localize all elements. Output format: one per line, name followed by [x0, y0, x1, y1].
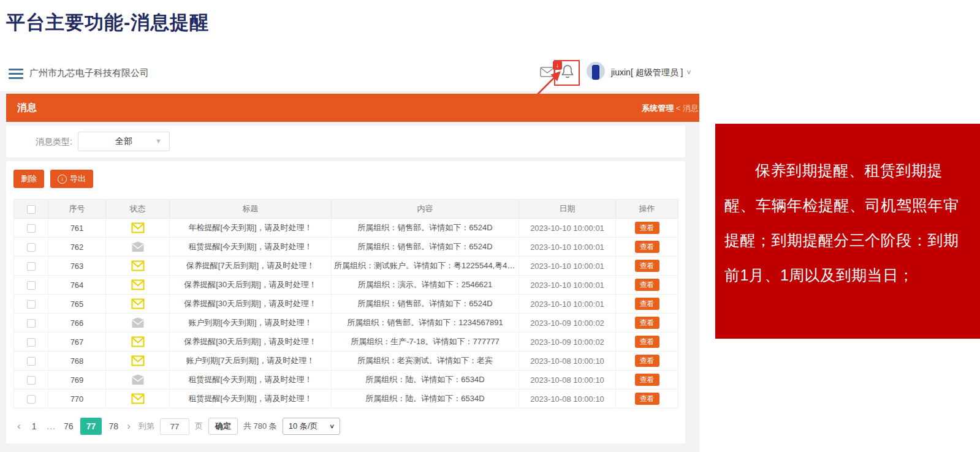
- row-number: 766: [48, 314, 106, 333]
- app-header: 广州市九芯电子科技有限公司 ↓ jiuxin[ 超: [0, 54, 699, 92]
- row-title: 租赁提醒[今天到期]，请及时处理！: [170, 371, 332, 390]
- header-content: 内容: [332, 200, 519, 219]
- unread-envelope-icon: [131, 393, 145, 404]
- breadcrumb: 系统管理 < 消息: [642, 103, 699, 114]
- user-menu[interactable]: jiuxin[ 超级管理员 ]˅: [611, 67, 691, 78]
- user-name: jiuxin[ 超级管理员 ]: [611, 67, 683, 77]
- row-status-cell: [106, 257, 170, 276]
- row-checkbox-cell: [14, 352, 48, 371]
- confirm-button[interactable]: 确定: [208, 418, 238, 435]
- page-button[interactable]: 1: [29, 421, 40, 431]
- message-type-label: 消息类型:: [36, 137, 72, 148]
- row-checkbox-cell: [14, 295, 48, 314]
- table-row: 762租赁提醒[今天到期]，请及时处理！所属组织：销售部。详情如下：6524D2…: [14, 238, 678, 257]
- header-action: 操作: [616, 200, 678, 219]
- row-checkbox[interactable]: [27, 338, 36, 347]
- select-caret-icon: ▼: [155, 137, 162, 145]
- row-number: 768: [48, 352, 106, 371]
- delete-button[interactable]: 删除: [13, 170, 44, 188]
- row-number: 763: [48, 257, 106, 276]
- row-status-cell: [106, 276, 170, 295]
- user-dropdown-caret-icon: ˅: [686, 69, 691, 77]
- page-button[interactable]: 77: [80, 418, 102, 435]
- row-checkbox[interactable]: [27, 243, 36, 252]
- goto-page-input[interactable]: [160, 418, 189, 435]
- page-list: 1...767778: [29, 418, 120, 435]
- row-content: 所属组织：老宾测试。详情如下：老宾: [332, 352, 519, 371]
- row-action-cell: 查看: [616, 219, 678, 238]
- avatar-image: [592, 65, 599, 80]
- hamburger-menu-icon[interactable]: [9, 69, 23, 81]
- row-checkbox[interactable]: [27, 262, 36, 271]
- export-button[interactable]: ↓ 导出: [50, 170, 93, 188]
- view-button[interactable]: 查看: [635, 241, 659, 253]
- app-screenshot: 广州市九芯电子科技有限公司 ↓ jiuxin[ 超: [0, 54, 699, 452]
- view-button[interactable]: 查看: [635, 279, 659, 291]
- user-avatar[interactable]: [587, 62, 605, 80]
- page-size-select[interactable]: 10 条/页 ˅: [283, 418, 340, 435]
- row-title: 账户到期[今天到期]，请及时处理！: [170, 314, 332, 333]
- table-header-row: 序号 状态 标题 内容 日期 操作: [14, 200, 678, 219]
- page-size-caret-icon: ˅: [330, 423, 334, 430]
- view-button[interactable]: 查看: [635, 355, 659, 367]
- row-content: 所属组织：陆。详情如下：6534D: [332, 390, 519, 409]
- view-button[interactable]: 查看: [635, 374, 659, 386]
- goto-label: 到第: [139, 421, 154, 432]
- view-button[interactable]: 查看: [635, 336, 659, 348]
- page-title: 消息: [17, 102, 37, 115]
- export-download-icon: ↓: [58, 175, 67, 184]
- unread-envelope-icon: [131, 260, 145, 271]
- row-date: 2023-10-10 10:00:01: [519, 238, 616, 257]
- view-button[interactable]: 查看: [635, 317, 659, 329]
- row-checkbox[interactable]: [27, 300, 36, 309]
- row-action-cell: 查看: [616, 333, 678, 352]
- row-checkbox-cell: [14, 314, 48, 333]
- view-button[interactable]: 查看: [635, 222, 659, 234]
- breadcrumb-current: 消息: [683, 104, 699, 113]
- view-button[interactable]: 查看: [635, 260, 659, 272]
- select-all-checkbox[interactable]: [27, 205, 36, 214]
- row-date: 2023-10-10 10:00:01: [519, 219, 616, 238]
- row-title: 保养提醒[30天后到期]，请及时处理！: [170, 276, 332, 295]
- breadcrumb-parent[interactable]: 系统管理: [642, 104, 674, 113]
- row-checkbox[interactable]: [27, 357, 36, 366]
- table-row: 767保养提醒[30天后到期]，请及时处理！所属组织：生产-7-18。详情如下：…: [14, 333, 678, 352]
- row-title: 保养提醒[30天后到期]，请及时处理！: [170, 333, 332, 352]
- row-status-cell: [106, 219, 170, 238]
- row-date: 2023-10-10 10:00:01: [519, 295, 616, 314]
- row-number: 765: [48, 295, 106, 314]
- content-panel: 删除 ↓ 导出 序号 状态 标题 内容 日期 操作: [6, 161, 685, 443]
- page-button[interactable]: 76: [63, 421, 74, 431]
- row-checkbox[interactable]: [27, 395, 36, 404]
- page-button[interactable]: 78: [108, 421, 119, 431]
- row-checkbox[interactable]: [27, 319, 36, 328]
- slide-title: 平台主要功能-消息提醒: [6, 10, 209, 36]
- view-button[interactable]: 查看: [635, 393, 659, 405]
- page-title-bar: 消息 系统管理 < 消息: [6, 94, 699, 122]
- unread-envelope-icon: [131, 355, 145, 366]
- row-checkbox-cell: [14, 257, 48, 276]
- message-table: 序号 状态 标题 内容 日期 操作 761年检提醒[今天到期]，请及时处理！所属…: [13, 199, 678, 409]
- row-checkbox[interactable]: [27, 224, 36, 233]
- row-number: 762: [48, 238, 106, 257]
- message-type-value: 全部: [115, 136, 132, 147]
- row-checkbox[interactable]: [27, 281, 36, 290]
- row-number: 764: [48, 276, 106, 295]
- row-checkbox-cell: [14, 276, 48, 295]
- row-checkbox[interactable]: [27, 376, 36, 385]
- row-content: 所属组织：陆。详情如下：6534D: [332, 371, 519, 390]
- row-title: 保养提醒[7天后到期]，请及时处理！: [170, 257, 332, 276]
- prev-page-button[interactable]: ‹: [15, 420, 23, 432]
- row-number: 761: [48, 219, 106, 238]
- row-content: 所属组织：测试账户。详情如下：粤1225544,粤45442221: [332, 257, 519, 276]
- table-row: 763保养提醒[7天后到期]，请及时处理！所属组织：测试账户。详情如下：粤122…: [14, 257, 678, 276]
- row-content: 所属组织：演示。详情如下：2546621: [332, 276, 519, 295]
- view-button[interactable]: 查看: [635, 298, 659, 310]
- row-action-cell: 查看: [616, 257, 678, 276]
- annotation-arrow: [533, 69, 567, 97]
- next-page-button[interactable]: ›: [124, 420, 133, 432]
- message-type-select[interactable]: 全部 ▼: [78, 132, 170, 151]
- row-checkbox-cell: [14, 390, 48, 409]
- row-status-cell: [106, 333, 170, 352]
- row-title: 账户到期[7天后到期]，请及时处理！: [170, 352, 332, 371]
